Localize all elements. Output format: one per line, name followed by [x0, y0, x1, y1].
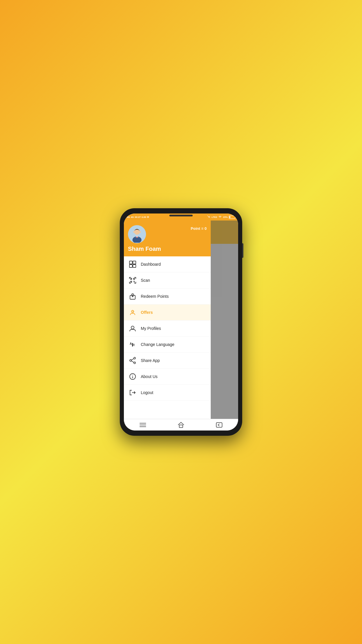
- hamburger-icon: [140, 423, 146, 427]
- svg-text:A: A: [130, 342, 132, 345]
- svg-point-27: [134, 357, 136, 359]
- svg-rect-12: [131, 278, 132, 279]
- avatar: [128, 225, 146, 243]
- svg-rect-10: [129, 265, 132, 267]
- svg-point-7: [139, 231, 141, 233]
- lte2-label: LTE2: [212, 216, 217, 218]
- menu-item-logout[interactable]: Logout: [124, 385, 211, 401]
- share-app-label: Share App: [141, 358, 160, 363]
- about-us-label: About Us: [141, 374, 158, 379]
- redeem-label: Redeem Points: [141, 294, 169, 299]
- drawer-header: Point = 0 Sham Foam: [124, 220, 211, 256]
- svg-rect-39: [179, 425, 183, 428]
- my-profiles-label: My Profiles: [141, 326, 161, 331]
- menu-item-scan[interactable]: Scan: [124, 272, 211, 288]
- svg-text:文: 文: [133, 343, 135, 346]
- menu-item-change-language[interactable]: A 文 Change Language: [124, 337, 211, 353]
- status-left: 4G 4G 00:27 0.00 ④: [127, 216, 149, 218]
- menu-item-share-app[interactable]: Share App: [124, 353, 211, 369]
- svg-rect-26: [132, 343, 133, 346]
- svg-point-29: [134, 362, 136, 364]
- data-icon: ④: [147, 216, 149, 218]
- app-content: Point = 0 Sham Foam: [124, 220, 238, 419]
- scan-label: Scan: [141, 278, 150, 283]
- svg-point-23: [131, 326, 134, 329]
- svg-rect-11: [133, 265, 136, 267]
- share-app-icon: [129, 356, 137, 365]
- svg-rect-9: [133, 261, 136, 264]
- menu-item-redeem-points[interactable]: Redeem Points: [124, 288, 211, 304]
- phone-screen: 4G 4G 00:27 0.00 ④ LTE2: [124, 214, 238, 430]
- avatar-image: [129, 226, 145, 243]
- header-top: Point = 0: [128, 225, 207, 243]
- dashboard-icon: [129, 260, 137, 268]
- status-bar: 4G 4G 00:27 0.00 ④ LTE2: [124, 214, 238, 220]
- nav-back-button[interactable]: [214, 420, 224, 430]
- svg-rect-13: [133, 278, 135, 279]
- nav-home-button[interactable]: [176, 420, 186, 430]
- logout-label: Logout: [141, 390, 153, 395]
- offers-icon: %: [129, 308, 137, 316]
- menu-list: Dashboard: [124, 256, 211, 419]
- nav-menu-button[interactable]: [138, 420, 148, 430]
- battery-percent: 15%: [223, 216, 228, 218]
- change-language-icon: A 文: [129, 340, 137, 349]
- logout-icon: [129, 388, 137, 397]
- side-drawer: Point = 0 Sham Foam: [124, 220, 211, 419]
- my-profiles-icon: [129, 324, 137, 332]
- svg-line-30: [131, 359, 134, 360]
- offers-label: Offers: [141, 310, 153, 315]
- back-icon: [216, 422, 222, 428]
- overlay-panel-header: [211, 220, 238, 244]
- battery-fill: [229, 216, 230, 218]
- bottom-navigation: [124, 419, 238, 430]
- scan-icon: [129, 276, 137, 284]
- points-display: Point = 0: [191, 226, 207, 231]
- wifi-signal: [218, 215, 222, 219]
- signal-4g-2: 4G: [131, 216, 134, 218]
- change-language-label: Change Language: [141, 342, 174, 347]
- svg-point-28: [130, 360, 131, 361]
- about-us-icon: [129, 372, 137, 381]
- svg-line-31: [131, 361, 134, 363]
- overlay-panel[interactable]: [211, 220, 238, 419]
- redeem-icon: [129, 292, 137, 300]
- dashboard-label: Dashboard: [141, 262, 161, 267]
- status-right: LTE2 15%: [207, 215, 235, 219]
- menu-item-offers[interactable]: % Offers: [124, 304, 211, 321]
- menu-item-dashboard[interactable]: Dashboard: [124, 256, 211, 272]
- wifi-icon: [207, 215, 210, 219]
- battery-icon: [229, 216, 235, 219]
- menu-item-about-us[interactable]: About Us: [124, 369, 211, 385]
- svg-point-34: [132, 375, 133, 376]
- signal-4g-1: 4G: [127, 216, 130, 218]
- svg-rect-40: [216, 423, 222, 427]
- svg-text:%: %: [132, 311, 134, 312]
- menu-item-my-profiles[interactable]: My Profiles: [124, 321, 211, 337]
- svg-point-6: [133, 231, 135, 233]
- data-speed: 0.00: [142, 216, 146, 218]
- user-name: Sham Foam: [128, 246, 207, 252]
- home-icon: [178, 422, 184, 428]
- svg-rect-14: [131, 281, 132, 282]
- status-time: 00:27: [135, 216, 140, 218]
- phone-frame: 4G 4G 00:27 0.00 ④ LTE2: [120, 208, 242, 436]
- svg-rect-8: [129, 261, 132, 264]
